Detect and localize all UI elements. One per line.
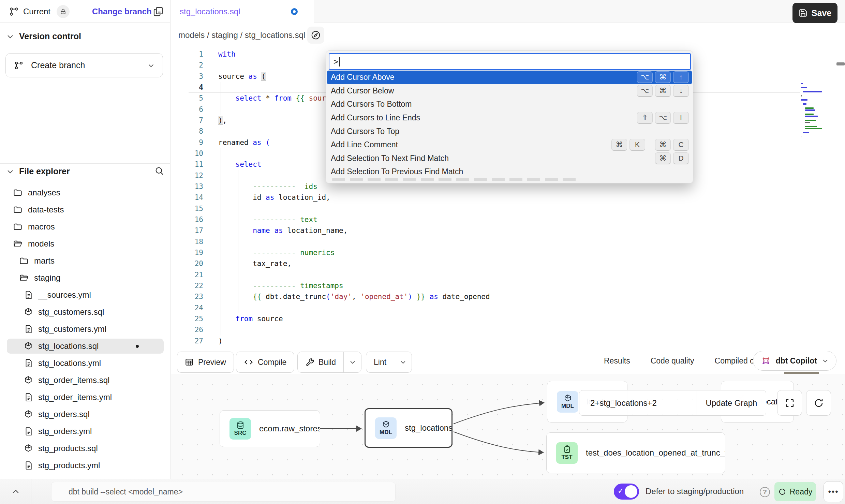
line-number: 7 bbox=[171, 115, 204, 126]
command-palette-input[interactable]: > bbox=[329, 53, 691, 70]
command-placeholder: dbt build --select <model_name> bbox=[69, 487, 183, 496]
minimap[interactable] bbox=[801, 83, 822, 138]
fullscreen-button[interactable] bbox=[777, 390, 802, 416]
create-branch-dropdown[interactable] bbox=[139, 54, 163, 77]
tree-item-stg-orders-yml[interactable]: stg_orders.yml bbox=[0, 423, 171, 440]
code-line: tax_rate, bbox=[218, 258, 490, 269]
chevron-down-icon bbox=[400, 359, 406, 366]
change-branch-link[interactable]: Change branch bbox=[92, 7, 152, 16]
lineage-node-stg-locations[interactable]: MDL stg_locations bbox=[365, 408, 453, 448]
file-explorer-header[interactable]: File explorer bbox=[6, 166, 70, 176]
lineage-node-test[interactable]: TST test_does_location_opened_at_trunc_t… bbox=[546, 432, 725, 473]
current-branch[interactable]: Current bbox=[9, 5, 70, 18]
tree-item-data-tests[interactable]: data-tests bbox=[0, 201, 171, 218]
build-dropdown[interactable] bbox=[343, 352, 361, 372]
copy-icon[interactable] bbox=[153, 6, 164, 17]
tree-item-stg-order-items-sql[interactable]: stg_order_items.sql bbox=[0, 372, 171, 389]
preview-button[interactable]: Preview bbox=[177, 352, 234, 373]
compass-icon[interactable] bbox=[307, 27, 324, 44]
tree-item-analyses[interactable]: analyses bbox=[0, 184, 171, 201]
search-icon[interactable] bbox=[154, 166, 164, 176]
compile-button[interactable]: Compile bbox=[236, 352, 294, 373]
line-number: 24 bbox=[171, 302, 204, 313]
command-input[interactable]: dbt build --select <model_name> bbox=[51, 482, 396, 502]
tree-item-staging[interactable]: staging bbox=[0, 269, 171, 286]
model-cube-icon bbox=[24, 342, 33, 351]
tree-item-stg-locations-sql[interactable]: stg_locations.sql bbox=[0, 338, 171, 355]
create-branch-button[interactable]: Create branch bbox=[5, 53, 163, 77]
tree-item--sources-yml[interactable]: __sources.yml bbox=[0, 286, 171, 303]
lint-label: Lint bbox=[374, 358, 386, 367]
lineage-node-source[interactable]: SRC ecom.raw_stores bbox=[220, 410, 320, 447]
command-item-add-cursor-above[interactable]: Add Cursor Above⌥⌘↑ bbox=[327, 71, 692, 84]
command-item-add-line-comment[interactable]: Add Line Comment⌘K⌘C bbox=[326, 138, 693, 152]
command-list-partial-row bbox=[332, 178, 578, 181]
command-item-add-selection-to-previous-find-match[interactable]: Add Selection To Previous Find Match bbox=[326, 165, 693, 179]
folder-icon bbox=[13, 222, 23, 232]
tab-stg-locations-sql[interactable]: stg_locations.sql bbox=[171, 0, 314, 23]
line-number: 3 bbox=[171, 71, 204, 82]
tree-item-stg-order-items-yml[interactable]: stg_order_items.yml bbox=[0, 389, 171, 406]
lineage-selector-input[interactable] bbox=[579, 390, 697, 415]
key-chip: ⌘ bbox=[655, 85, 671, 97]
shortcut-keys: ⇧⌥I bbox=[637, 112, 689, 124]
key-chip: ⌘ bbox=[655, 71, 671, 83]
tree-item-stg-orders-sql[interactable]: stg_orders.sql bbox=[0, 406, 171, 423]
cube-icon bbox=[564, 394, 572, 402]
line-number: 8 bbox=[171, 126, 204, 137]
command-item-add-selection-to-next-find-match[interactable]: Add Selection To Next Find Match⌘D bbox=[326, 152, 693, 165]
model-badge: MDL bbox=[557, 391, 578, 413]
scrollbar-thumb[interactable] bbox=[836, 62, 845, 65]
command-item-add-cursors-to-top[interactable]: Add Cursors To Top bbox=[326, 124, 693, 138]
branch-bar: Current Change branch bbox=[0, 0, 170, 23]
branch-lock-badge bbox=[57, 5, 70, 18]
lineage-canvas[interactable]: SRC ecom.raw_stores MDL stg_locations MD… bbox=[171, 374, 845, 479]
minimap-line bbox=[801, 136, 822, 138]
shortcut-keys: ⌘D bbox=[655, 152, 689, 164]
tab-results[interactable]: Results bbox=[603, 348, 631, 374]
tree-item-label: stg_customers.sql bbox=[38, 307, 104, 317]
shortcut-keys: ⌥⌘↑ bbox=[637, 71, 689, 83]
file-icon bbox=[24, 291, 33, 299]
tree-item-stg-products-yml[interactable]: stg_products.yml bbox=[0, 457, 171, 474]
lint-button[interactable]: Lint bbox=[366, 352, 412, 373]
tree-item-marts[interactable]: marts bbox=[0, 252, 171, 269]
table-icon bbox=[185, 358, 194, 367]
line-number: 17 bbox=[171, 225, 204, 236]
tree-item-stg-products-sql[interactable]: stg_products.sql bbox=[0, 440, 171, 457]
command-label: Add Cursor Below bbox=[331, 86, 394, 95]
command-item-add-cursors-to-bottom[interactable]: Add Cursors To Bottom bbox=[326, 98, 693, 111]
model-cube-icon bbox=[24, 308, 33, 316]
file-icon bbox=[24, 393, 33, 402]
tree-item-stg-customers-sql[interactable]: stg_customers.sql bbox=[0, 303, 171, 321]
code-line: name as location_name, bbox=[218, 225, 490, 236]
save-button[interactable]: Save bbox=[792, 3, 837, 23]
tree-item-stg-locations-yml[interactable]: stg_locations.yml bbox=[0, 355, 171, 372]
tree-item-macros[interactable]: macros bbox=[0, 218, 171, 235]
command-label: Add Cursor Above bbox=[331, 73, 395, 82]
tree-item-label: stg_order_items.sql bbox=[38, 375, 109, 385]
help-icon[interactable]: ? bbox=[760, 487, 770, 497]
refresh-button[interactable] bbox=[806, 390, 831, 416]
folder-icon bbox=[13, 239, 23, 249]
line-number: 26 bbox=[171, 324, 204, 335]
expand-panel-button[interactable] bbox=[0, 479, 31, 504]
tree-item-stg-customers-yml[interactable]: stg_customers.yml bbox=[0, 321, 171, 338]
update-graph-button[interactable]: Update Graph bbox=[697, 390, 766, 415]
fullscreen-icon bbox=[785, 398, 795, 408]
model-cube-icon bbox=[24, 376, 33, 385]
tab-code-quality[interactable]: Code quality bbox=[650, 348, 695, 374]
dbt-copilot-button[interactable]: dbt Copilot bbox=[753, 351, 836, 371]
badge-label: MDL bbox=[561, 403, 574, 410]
build-button[interactable]: Build bbox=[297, 352, 361, 373]
more-options-button[interactable]: ••• bbox=[824, 481, 843, 502]
command-item-add-cursor-below[interactable]: Add Cursor Below⌥⌘↓ bbox=[326, 84, 693, 98]
tree-item-models[interactable]: models bbox=[0, 235, 171, 252]
defer-toggle[interactable]: ✓ bbox=[614, 484, 639, 500]
model-cube-icon bbox=[24, 410, 33, 419]
lint-dropdown[interactable] bbox=[394, 352, 412, 372]
command-item-add-cursors-to-line-ends[interactable]: Add Cursors to Line Ends⇧⌥I bbox=[326, 111, 693, 125]
line-number: 14 bbox=[171, 192, 204, 203]
text-caret bbox=[339, 57, 340, 66]
version-control-header[interactable]: Version control bbox=[6, 31, 81, 41]
